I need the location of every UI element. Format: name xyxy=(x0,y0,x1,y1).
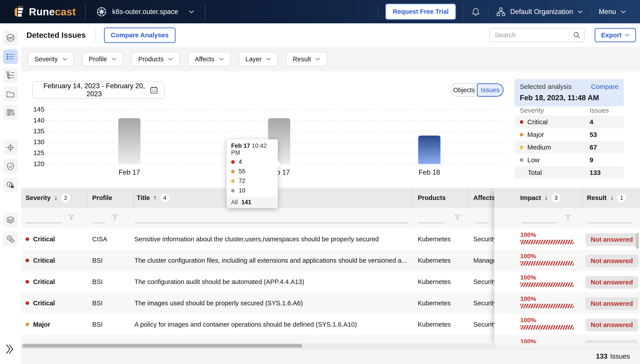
package-lock-icon xyxy=(6,180,15,189)
date-range-picker[interactable]: February 14, 2023 - February 20, 2023 xyxy=(32,81,164,99)
filter-layer[interactable]: Layer xyxy=(239,52,278,66)
chart-tooltip: Feb 17 10:42 PM 4 55 72 10 All141 xyxy=(227,139,278,208)
funnel-icon[interactable] xyxy=(565,214,571,221)
chevron-down-icon xyxy=(219,58,224,61)
filter-affects[interactable]: Affects xyxy=(188,52,230,66)
sidebar-item-security[interactable] xyxy=(3,159,18,174)
selected-analysis-timestamp: Feb 18, 2023, 11:48 AM xyxy=(520,94,618,102)
chevron-down-icon xyxy=(266,58,271,61)
selected-analysis-title: Selected analysis xyxy=(520,83,572,90)
sidebar-item-layers[interactable] xyxy=(3,212,18,227)
sidebar-item-vulnerabilities[interactable] xyxy=(3,177,18,192)
pinned-row[interactable]: 100% Not answered xyxy=(494,314,640,335)
medium-dot xyxy=(520,146,523,149)
column-header-severity[interactable]: Severity↓2 xyxy=(26,188,70,208)
filter-input-result[interactable] xyxy=(588,223,632,223)
impact-bar xyxy=(520,240,574,244)
target-icon xyxy=(6,143,15,152)
funnel-icon[interactable] xyxy=(112,214,118,221)
chevron-down-icon xyxy=(620,10,626,14)
sidebar-item-knowledge[interactable] xyxy=(3,105,18,120)
y-axis-tick: 135 xyxy=(28,127,44,135)
search-input[interactable] xyxy=(490,31,569,39)
page-header: Detected Issues Compare Analyses Export xyxy=(21,23,640,47)
filter-input-profile[interactable] xyxy=(93,223,105,223)
sidebar-expand-button[interactable] xyxy=(4,343,15,356)
chart-section: February 14, 2023 - February 20, 2023 Ob… xyxy=(21,71,640,188)
major-dot xyxy=(231,170,235,173)
impact-bar xyxy=(520,304,574,308)
impact-cell: 100% xyxy=(520,274,574,287)
sort-asc-icon: ↑ xyxy=(153,194,157,202)
sidebar-item-folders[interactable] xyxy=(3,87,18,101)
horizontal-scrollbar-thumb[interactable] xyxy=(22,344,302,348)
filter-result[interactable]: Result xyxy=(286,52,327,66)
vertical-scrollbar-thumb[interactable] xyxy=(636,233,639,249)
filter-products[interactable]: Products xyxy=(132,52,180,66)
organization-selector[interactable]: Default Organization xyxy=(488,7,591,17)
notifications-bell[interactable] xyxy=(464,7,488,16)
runecast-logo[interactable]: Runecast xyxy=(0,6,85,18)
selected-analysis-card: Selected analysis Compare Feb 18, 2023, … xyxy=(514,79,624,106)
runecast-logo-icon xyxy=(13,6,25,18)
tooltip-all-value: 141 xyxy=(241,199,251,206)
sidebar-item-scans[interactable] xyxy=(3,140,18,155)
shield-check-icon xyxy=(6,162,15,171)
chart-bar-feb18-selected[interactable] xyxy=(418,136,440,164)
y-axis-tick: 140 xyxy=(28,116,44,124)
column-header-impact[interactable]: Impact↓3 xyxy=(520,188,560,208)
sidebar-item-detected-issues[interactable] xyxy=(3,49,18,64)
sort-order-badge: 1 xyxy=(617,193,626,202)
filter-input-title[interactable] xyxy=(135,223,409,223)
view-toggle: Objects Issues xyxy=(451,83,504,97)
filter-input-impact[interactable] xyxy=(523,223,557,223)
medium-dot xyxy=(231,179,235,183)
filter-severity[interactable]: Severity xyxy=(28,52,74,66)
menu-label: Menu xyxy=(599,8,616,16)
compare-link[interactable]: Compare xyxy=(591,83,618,90)
result-badge: Not answered xyxy=(585,276,638,289)
compare-analyses-button[interactable]: Compare Analyses xyxy=(104,28,176,43)
search-icon[interactable] xyxy=(569,31,584,39)
cluster-selector[interactable]: k8s-outer.outer.space xyxy=(86,6,205,17)
impact-cell: 100% xyxy=(520,295,574,308)
horizontal-scrollbar[interactable] xyxy=(21,343,640,348)
pinned-row[interactable]: 100% Not answered xyxy=(494,250,640,271)
globe-icon xyxy=(6,33,15,42)
scrollbar-panel-section xyxy=(494,343,640,348)
funnel-icon[interactable] xyxy=(454,214,461,221)
sidebar-item-compliance[interactable] xyxy=(3,232,18,246)
filter-profile[interactable]: Profile xyxy=(82,52,123,66)
funnel-icon[interactable] xyxy=(68,214,74,221)
pinned-row[interactable]: 100% Not answered xyxy=(494,292,640,314)
filter-input-affects[interactable] xyxy=(476,223,488,223)
column-header-products[interactable]: Products xyxy=(418,188,446,208)
severity-row-major: Major 53 xyxy=(514,128,624,141)
column-header-affects[interactable]: Affects xyxy=(473,188,494,208)
column-header-title[interactable]: Title↑4 xyxy=(134,188,169,208)
filter-input-products[interactable] xyxy=(419,223,444,223)
severity-row-medium: Medium 67 xyxy=(514,141,624,154)
sidebar-item-inventory[interactable] xyxy=(3,68,18,83)
sidebar-item-dashboard[interactable] xyxy=(3,30,18,45)
toggle-issues[interactable]: Issues xyxy=(477,83,504,97)
request-free-trial-button[interactable]: Request Free Trial xyxy=(385,4,456,20)
result-badge: Not answered xyxy=(585,319,638,331)
column-header-profile[interactable]: Profile xyxy=(92,188,112,208)
menu-button[interactable]: Menu xyxy=(591,8,640,16)
pinned-row[interactable]: 100% Not answered xyxy=(494,271,640,292)
column-divider xyxy=(582,188,583,208)
column-header-result[interactable]: Result↓1 xyxy=(587,188,626,208)
y-axis-tick: 120 xyxy=(28,160,44,168)
filter-input-severity[interactable] xyxy=(26,223,61,223)
export-button[interactable]: Export xyxy=(595,28,636,42)
layers-icon xyxy=(6,215,15,224)
impact-bar xyxy=(520,261,574,266)
pinned-row[interactable]: 100% Not answered xyxy=(494,228,640,250)
pinned-filter-row xyxy=(494,208,640,228)
sort-desc-icon: ↓ xyxy=(544,194,548,202)
tooltip-critical-count: 4 xyxy=(239,158,242,165)
toggle-objects[interactable]: Objects xyxy=(451,83,477,97)
chart-bar-feb17-1[interactable] xyxy=(118,118,140,164)
critical-dot xyxy=(520,120,523,124)
